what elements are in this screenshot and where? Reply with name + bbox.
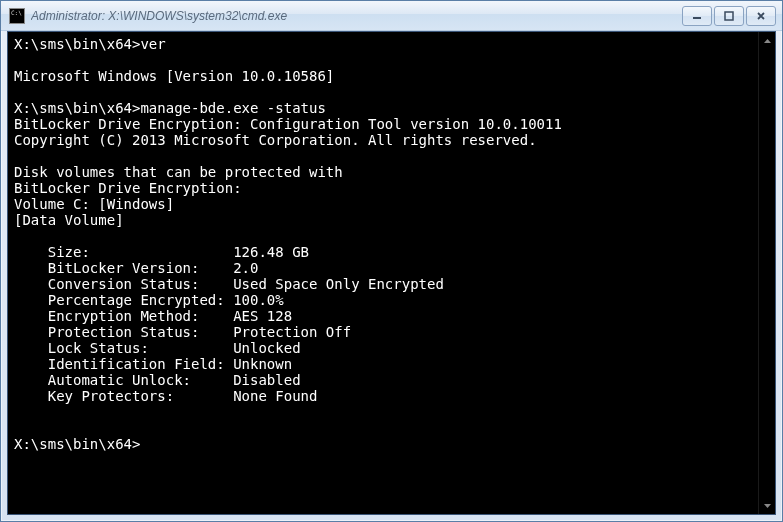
scroll-down-button[interactable] [759, 497, 775, 514]
field-value: Used Space Only Encrypted [233, 276, 444, 292]
svg-rect-0 [693, 17, 701, 19]
minimize-icon [692, 11, 702, 21]
titlebar[interactable]: Administrator: X:\WINDOWS\system32\cmd.e… [1, 1, 782, 31]
field-label: Size: [14, 244, 233, 260]
field-value: 2.0 [233, 260, 258, 276]
field-label: Protection Status: [14, 324, 233, 340]
field-value: Unlocked [233, 340, 300, 356]
field-row: Size: 126.48 GB [14, 244, 309, 260]
maximize-icon [724, 11, 734, 21]
field-label: BitLocker Version: [14, 260, 233, 276]
field-row: Automatic Unlock: Disabled [14, 372, 301, 388]
close-button[interactable] [746, 6, 776, 26]
cmd-window: Administrator: X:\WINDOWS\system32\cmd.e… [0, 0, 783, 522]
minimize-button[interactable] [682, 6, 712, 26]
maximize-button[interactable] [714, 6, 744, 26]
output-line: BitLocker Drive Encryption: Configuratio… [14, 116, 562, 132]
output-line: Copyright (C) 2013 Microsoft Corporation… [14, 132, 537, 148]
field-label: Automatic Unlock: [14, 372, 233, 388]
window-controls [682, 6, 776, 26]
command-text: ver [140, 36, 165, 52]
field-label: Conversion Status: [14, 276, 233, 292]
output-line: BitLocker Drive Encryption: [14, 180, 242, 196]
field-label: Lock Status: [14, 340, 233, 356]
prompt: X:\sms\bin\x64> [14, 100, 140, 116]
field-row: Protection Status: Protection Off [14, 324, 351, 340]
terminal-output[interactable]: X:\sms\bin\x64>ver Microsoft Windows [Ve… [8, 32, 775, 514]
field-label: Percentage Encrypted: [14, 292, 233, 308]
field-label: Identification Field: [14, 356, 233, 372]
field-value: None Found [233, 388, 317, 404]
cmd-icon [9, 8, 25, 24]
command-text: manage-bde.exe -status [140, 100, 325, 116]
field-label: Key Protectors: [14, 388, 233, 404]
field-row: Percentage Encrypted: 100.0% [14, 292, 284, 308]
chevron-down-icon [764, 504, 771, 508]
field-value: 126.48 GB [233, 244, 309, 260]
field-label: Encryption Method: [14, 308, 233, 324]
output-line: Disk volumes that can be protected with [14, 164, 343, 180]
scroll-up-button[interactable] [759, 32, 775, 49]
prompt: X:\sms\bin\x64> [14, 436, 140, 452]
prompt: X:\sms\bin\x64> [14, 36, 140, 52]
field-row: Encryption Method: AES 128 [14, 308, 292, 324]
terminal-area[interactable]: X:\sms\bin\x64>ver Microsoft Windows [Ve… [7, 31, 776, 515]
output-line: [Data Volume] [14, 212, 124, 228]
field-value: Protection Off [233, 324, 351, 340]
window-title: Administrator: X:\WINDOWS\system32\cmd.e… [31, 9, 682, 23]
field-row: BitLocker Version: 2.0 [14, 260, 258, 276]
field-value: Disabled [233, 372, 300, 388]
close-icon [756, 11, 766, 21]
field-value: AES 128 [233, 308, 292, 324]
svg-rect-1 [725, 12, 733, 20]
field-row: Lock Status: Unlocked [14, 340, 301, 356]
scrollbar-track[interactable] [759, 49, 775, 497]
output-line: Volume C: [Windows] [14, 196, 174, 212]
chevron-up-icon [764, 39, 771, 43]
field-row: Identification Field: Unknown [14, 356, 292, 372]
scrollbar[interactable] [758, 32, 775, 514]
output-line: Microsoft Windows [Version 10.0.10586] [14, 68, 334, 84]
field-row: Conversion Status: Used Space Only Encry… [14, 276, 444, 292]
field-value: 100.0% [233, 292, 284, 308]
field-row: Key Protectors: None Found [14, 388, 317, 404]
field-value: Unknown [233, 356, 292, 372]
